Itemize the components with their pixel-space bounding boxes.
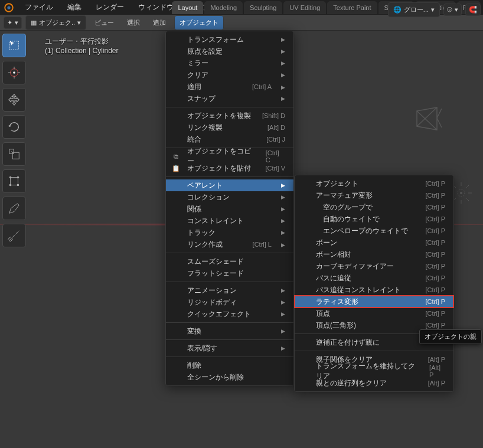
header-select[interactable]: 選択 bbox=[122, 16, 145, 30]
tool-move[interactable] bbox=[2, 88, 26, 112]
orient-label: グロー... bbox=[404, 5, 429, 14]
paste-icon: 📋 bbox=[172, 164, 180, 172]
blender-logo-icon bbox=[4, 2, 14, 13]
smi-bone-relative[interactable]: ボーン相対[Ctrl] P bbox=[295, 248, 453, 260]
camera-object-icon[interactable] bbox=[412, 106, 442, 133]
smi-envelope-weights[interactable]: エンベロープのウェイトで[Ctrl] P bbox=[295, 225, 453, 237]
smi-object[interactable]: オブジェクト[Ctrl] P bbox=[295, 178, 453, 189]
tab-uv-editing[interactable]: UV Editing bbox=[283, 1, 326, 14]
tool-scale[interactable] bbox=[2, 142, 26, 166]
tab-modeling[interactable]: Modeling bbox=[204, 1, 243, 14]
smi-follow-path[interactable]: パスに追従[Ctrl] P bbox=[295, 272, 453, 284]
mi-set-origin[interactable]: 原点を設定▶ bbox=[166, 45, 293, 57]
svg-point-25 bbox=[17, 184, 19, 187]
menu-render[interactable]: レンダー bbox=[89, 0, 131, 15]
mi-shade-smooth[interactable]: スムーズシェード bbox=[166, 256, 293, 267]
tool-measure[interactable] bbox=[2, 224, 26, 247]
mi-make-links[interactable]: リンク作成[Ctrl] L▶ bbox=[166, 238, 293, 250]
smi-curve-modifier[interactable]: カーブモディファイアー[Ctrl] P bbox=[295, 260, 453, 272]
svg-point-3 bbox=[460, 192, 462, 194]
tab-texture-paint[interactable]: Texture Paint bbox=[327, 1, 377, 14]
mi-delete[interactable]: 削除 bbox=[166, 359, 293, 371]
grid-icon: ✦ bbox=[7, 19, 12, 27]
mi-transform[interactable]: トランスフォーム▶ bbox=[166, 34, 293, 45]
transform-orientation-dropdown[interactable]: 🌐グロー...▾ bbox=[388, 2, 440, 17]
pivot-dropdown[interactable]: ⦾▾ bbox=[443, 4, 462, 16]
header-view[interactable]: ビュー bbox=[90, 16, 119, 30]
tool-annotate[interactable] bbox=[2, 197, 26, 220]
smi-bone[interactable]: ボーン[Ctrl] P bbox=[295, 237, 453, 248]
mi-paste[interactable]: 📋オブジェクトを貼付[Ctrl] V bbox=[166, 162, 293, 174]
interaction-mode-dropdown[interactable]: ▦オブジェク..▾ bbox=[25, 15, 86, 30]
smi-clear-inverse[interactable]: 親との逆行列をクリア[Alt] P bbox=[295, 377, 453, 389]
mi-apply[interactable]: 適用[Ctrl] A▶ bbox=[166, 81, 293, 93]
mi-duplicate-linked[interactable]: リンク複製[Alt] D bbox=[166, 122, 293, 133]
smi-armature-deform[interactable]: アーマチュア変形[Ctrl] P bbox=[295, 189, 453, 201]
object-mode-icon: ▦ bbox=[31, 19, 37, 27]
submenu-arrow-icon: ▶ bbox=[281, 72, 285, 78]
magnet-icon: 🧲 bbox=[469, 6, 477, 14]
submenu-arrow-icon: ▶ bbox=[281, 230, 285, 236]
svg-line-9 bbox=[466, 198, 469, 201]
mi-relations[interactable]: 関係▶ bbox=[166, 203, 293, 215]
submenu-arrow-icon: ▶ bbox=[281, 48, 285, 54]
tab-layout[interactable]: Layout bbox=[172, 1, 203, 14]
submenu-arrow-icon: ▶ bbox=[281, 311, 285, 317]
mi-show-hide[interactable]: 表示/隠す▶ bbox=[166, 342, 293, 354]
mi-mirror[interactable]: ミラー▶ bbox=[166, 57, 293, 69]
svg-line-10 bbox=[466, 185, 469, 188]
submenu-arrow-icon: ▶ bbox=[281, 194, 285, 200]
mi-collection[interactable]: コレクション▶ bbox=[166, 191, 293, 203]
header-object[interactable]: オブジェクト bbox=[174, 15, 224, 30]
tool-transform[interactable] bbox=[2, 169, 26, 193]
mi-rigid-body[interactable]: リジッドボディ▶ bbox=[166, 296, 293, 308]
mi-quick-effects[interactable]: クイックエフェクト▶ bbox=[166, 308, 293, 320]
mi-track[interactable]: トラック▶ bbox=[166, 227, 293, 238]
mi-clear[interactable]: クリア▶ bbox=[166, 69, 293, 81]
smi-clear-keep-transform[interactable]: トランスフォームを維持してクリア[Alt] P bbox=[295, 365, 453, 377]
menu-edit[interactable]: 編集 bbox=[60, 0, 89, 15]
menu-file[interactable]: ファイル bbox=[18, 0, 60, 15]
mi-constraints[interactable]: コンストレイント▶ bbox=[166, 215, 293, 227]
mi-join[interactable]: 統合[Ctrl] J bbox=[166, 133, 293, 145]
mi-convert[interactable]: 変換▶ bbox=[166, 325, 293, 337]
svg-point-14 bbox=[13, 71, 15, 74]
submenu-arrow-icon: ▶ bbox=[281, 328, 285, 334]
mi-duplicate[interactable]: オブジェクトを複製[Shift] D bbox=[166, 110, 293, 122]
tool-cursor[interactable] bbox=[2, 61, 26, 84]
tooltip: オブジェクトの親 bbox=[419, 329, 482, 344]
submenu-arrow-icon: ▶ bbox=[281, 206, 285, 212]
svg-point-23 bbox=[17, 176, 19, 179]
svg-point-24 bbox=[9, 184, 12, 187]
mi-snap[interactable]: スナップ▶ bbox=[166, 93, 293, 104]
smi-auto-weights[interactable]: 自動のウェイトで[Ctrl] P bbox=[295, 213, 453, 225]
editor-type-dropdown[interactable]: ✦▾ bbox=[4, 17, 22, 29]
mi-copy[interactable]: ⧉オブジェクトをコピー[Ctrl] C bbox=[166, 151, 293, 162]
mode-label: オブジェク.. bbox=[39, 18, 75, 27]
submenu-arrow-icon: ▶ bbox=[281, 60, 285, 66]
smi-vertex[interactable]: 頂点[Ctrl] P bbox=[295, 308, 453, 319]
svg-rect-21 bbox=[11, 178, 18, 185]
mi-parent[interactable]: ペアレント▶ bbox=[166, 179, 293, 191]
submenu-arrow-icon: ▶ bbox=[281, 345, 285, 351]
tool-strip bbox=[2, 34, 26, 247]
viewport-overlay-text: ユーザー・平行投影(1) Collection | Cylinder bbox=[45, 37, 119, 55]
snap-toggle[interactable]: 🧲 bbox=[465, 4, 481, 16]
smi-lattice-deform[interactable]: ラティス変形[Ctrl] P bbox=[295, 296, 453, 308]
copy-icon: ⧉ bbox=[172, 152, 180, 161]
tool-rotate[interactable] bbox=[2, 115, 26, 139]
smi-empty-groups[interactable]: 空のグループで[Ctrl] P bbox=[295, 201, 453, 213]
submenu-arrow-icon: ▶ bbox=[281, 37, 285, 42]
tool-select-box[interactable] bbox=[2, 34, 26, 57]
submenu-arrow-icon: ▶ bbox=[281, 242, 285, 248]
header-add[interactable]: 追加 bbox=[148, 16, 171, 30]
submenu-arrow-icon: ▶ bbox=[281, 84, 285, 90]
mi-shade-flat[interactable]: フラットシェード bbox=[166, 267, 293, 279]
tab-sculpting[interactable]: Sculpting bbox=[244, 1, 282, 14]
smi-path-constraint[interactable]: パス追従コンストレイント[Ctrl] P bbox=[295, 284, 453, 296]
globe-icon: 🌐 bbox=[393, 6, 402, 14]
svg-point-22 bbox=[9, 176, 12, 179]
submenu-arrow-icon: ▶ bbox=[281, 182, 285, 188]
mi-animation[interactable]: アニメーション▶ bbox=[166, 285, 293, 296]
mi-delete-from-all-scenes[interactable]: 全シーンから削除 bbox=[166, 371, 293, 383]
